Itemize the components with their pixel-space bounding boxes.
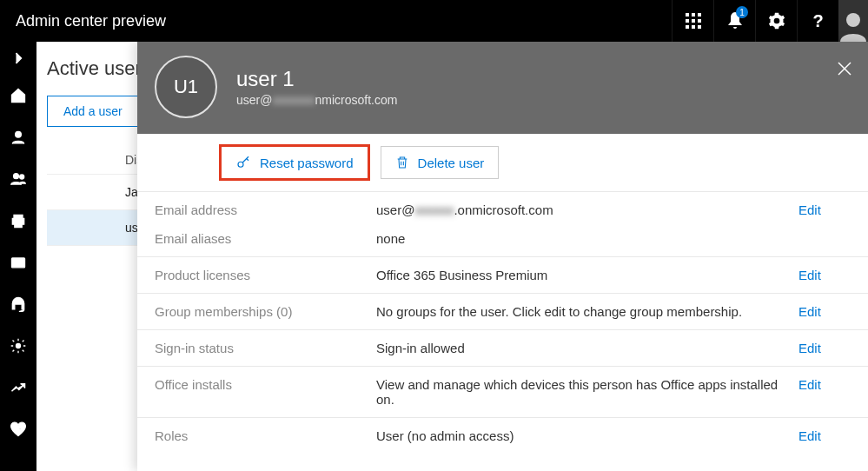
- user-avatar: U1: [155, 56, 217, 118]
- panel-actions: Reset password Delete user: [137, 134, 868, 191]
- notification-badge: 1: [736, 6, 748, 18]
- svg-line-20: [247, 159, 248, 161]
- waffle-icon: [686, 13, 701, 29]
- detail-groups: Group memberships (0) No groups for the …: [137, 293, 868, 329]
- svg-rect-2: [698, 13, 701, 17]
- edit-signin-link[interactable]: Edit: [798, 341, 851, 355]
- detail-installs: Office installs View and manage which de…: [137, 366, 868, 417]
- svg-rect-8: [698, 25, 701, 29]
- svg-point-15: [17, 344, 21, 348]
- svg-point-12: [20, 175, 24, 179]
- svg-rect-5: [698, 19, 701, 23]
- detail-aliases: Email aliases none: [137, 228, 868, 256]
- edit-installs-link[interactable]: Edit: [798, 377, 851, 407]
- sidebar-nav: [0, 42, 36, 471]
- add-user-button[interactable]: Add a user: [47, 96, 139, 127]
- edit-roles-link[interactable]: Edit: [798, 428, 851, 443]
- home-icon: [10, 87, 27, 104]
- detail-roles: Roles User (no admin access) Edit: [137, 417, 868, 454]
- svg-rect-1: [692, 13, 695, 17]
- nav-support[interactable]: [0, 283, 36, 325]
- headset-icon: [10, 295, 27, 313]
- printer-icon: [10, 212, 27, 229]
- account-button[interactable]: [838, 0, 868, 42]
- edit-groups-link[interactable]: Edit: [798, 304, 851, 319]
- svg-point-11: [14, 174, 19, 179]
- gear-icon: [768, 12, 785, 30]
- svg-rect-7: [692, 25, 695, 29]
- app-title: Admin center preview: [16, 12, 166, 30]
- trash-icon: [395, 155, 409, 170]
- app-launcher-button[interactable]: [672, 0, 713, 42]
- svg-point-10: [16, 131, 22, 137]
- svg-rect-13: [12, 258, 25, 268]
- person-icon: [840, 10, 866, 42]
- svg-rect-6: [686, 25, 689, 29]
- expand-nav-button[interactable]: [0, 42, 36, 75]
- nav-resources[interactable]: [0, 200, 36, 242]
- key-icon: [235, 155, 251, 170]
- notifications-button[interactable]: 1: [713, 0, 755, 42]
- edit-licenses-link[interactable]: Edit: [798, 268, 851, 282]
- nav-home[interactable]: [0, 75, 36, 116]
- delete-user-button[interactable]: Delete user: [381, 146, 500, 179]
- svg-rect-3: [686, 19, 689, 23]
- top-bar: Admin center preview 1 ?: [0, 0, 868, 42]
- detail-email: Email address user@xxxxxx.onmicrosoft.co…: [137, 191, 868, 228]
- user-email: user@xxxxxxxnmicrosoft.com: [236, 93, 397, 107]
- topbar-actions: 1 ?: [672, 0, 868, 42]
- svg-rect-4: [692, 19, 695, 23]
- chart-icon: [10, 379, 27, 396]
- heart-icon: [10, 421, 27, 438]
- nav-groups[interactable]: [0, 158, 36, 200]
- help-button[interactable]: ?: [797, 0, 838, 42]
- card-icon: [10, 254, 27, 271]
- close-panel-button[interactable]: [837, 61, 852, 80]
- users-icon: [10, 170, 27, 188]
- user-detail-panel: U1 user 1 user@xxxxxxxnmicrosoft.com Res…: [137, 42, 868, 471]
- svg-point-18: [238, 162, 243, 167]
- close-icon: [837, 61, 852, 76]
- chevron-right-icon: [10, 50, 27, 67]
- edit-email-link[interactable]: Edit: [798, 202, 851, 217]
- settings-button[interactable]: [755, 0, 797, 42]
- settings-icon: [10, 337, 27, 355]
- panel-header: U1 user 1 user@xxxxxxxnmicrosoft.com: [137, 42, 868, 134]
- user-icon: [10, 129, 27, 146]
- svg-point-9: [846, 13, 860, 27]
- detail-signin: Sign-in status Sign-in allowed Edit: [137, 329, 868, 366]
- user-display-name: user 1: [236, 67, 397, 91]
- reset-password-button[interactable]: Reset password: [221, 146, 368, 179]
- nav-settings[interactable]: [0, 325, 36, 367]
- nav-health[interactable]: [0, 408, 36, 450]
- question-icon: ?: [812, 11, 823, 31]
- nav-billing[interactable]: [0, 242, 36, 283]
- detail-licenses: Product licenses Office 365 Business Pre…: [137, 256, 868, 293]
- nav-reports[interactable]: [0, 367, 36, 408]
- svg-rect-0: [686, 13, 689, 17]
- nav-users[interactable]: [0, 116, 36, 158]
